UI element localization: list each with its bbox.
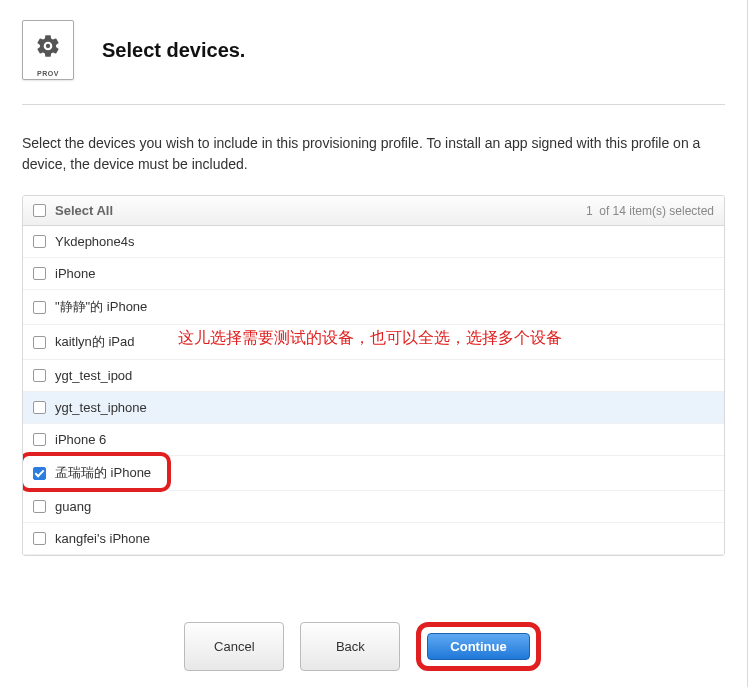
device-row[interactable]: kangfei's iPhone bbox=[23, 523, 724, 555]
device-name-label: "静静"的 iPhone bbox=[55, 298, 147, 316]
header: PROV Select devices. bbox=[22, 20, 725, 105]
device-checkbox[interactable] bbox=[33, 369, 46, 382]
device-row[interactable]: iPhone bbox=[23, 258, 724, 290]
cancel-button[interactable]: Cancel bbox=[184, 622, 284, 671]
device-name-label: kaitlyn的 iPad bbox=[55, 333, 134, 351]
device-name-label: ygt_test_iphone bbox=[55, 400, 147, 415]
selection-count: 1 of 14 item(s) selected bbox=[586, 204, 714, 218]
device-name-label: iPhone 6 bbox=[55, 432, 106, 447]
device-checkbox[interactable] bbox=[33, 301, 46, 314]
device-checkbox[interactable] bbox=[33, 267, 46, 280]
gear-icon bbox=[35, 33, 61, 59]
device-checkbox[interactable] bbox=[33, 401, 46, 414]
device-row[interactable]: ygt_test_iphone bbox=[23, 392, 724, 424]
device-checkbox[interactable] bbox=[33, 336, 46, 349]
continue-button[interactable]: Continue bbox=[427, 633, 529, 660]
device-checkbox[interactable] bbox=[33, 532, 46, 545]
icon-label: PROV bbox=[23, 70, 73, 77]
device-row[interactable]: iPhone 6 bbox=[23, 424, 724, 456]
list-header: Select All 1 of 14 item(s) selected bbox=[23, 196, 724, 226]
select-all-label[interactable]: Select All bbox=[55, 203, 113, 218]
page-title: Select devices. bbox=[102, 39, 245, 62]
continue-highlight-box: Continue bbox=[416, 622, 540, 671]
select-all-checkbox[interactable] bbox=[33, 204, 46, 217]
description-text: Select the devices you wish to include i… bbox=[22, 133, 725, 175]
button-bar: Cancel Back Continue bbox=[0, 622, 725, 671]
device-checkbox[interactable] bbox=[33, 467, 46, 480]
device-row[interactable]: guang bbox=[23, 491, 724, 523]
device-row[interactable]: ygt_test_ipod bbox=[23, 360, 724, 392]
annotation-text: 这儿选择需要测试的设备，也可以全选，选择多个设备 bbox=[178, 328, 562, 349]
device-name-label: guang bbox=[55, 499, 91, 514]
device-name-label: kangfei's iPhone bbox=[55, 531, 150, 546]
device-row[interactable]: Ykdephone4s bbox=[23, 226, 724, 258]
device-checkbox[interactable] bbox=[33, 235, 46, 248]
device-checkbox[interactable] bbox=[33, 500, 46, 513]
device-row[interactable]: 孟瑞瑞的 iPhone bbox=[23, 456, 724, 491]
list-body[interactable]: Ykdephone4siPhone"静静"的 iPhonekaitlyn的 iP… bbox=[23, 226, 724, 555]
device-name-label: ygt_test_ipod bbox=[55, 368, 132, 383]
device-name-label: iPhone bbox=[55, 266, 95, 281]
device-name-label: 孟瑞瑞的 iPhone bbox=[55, 464, 151, 482]
device-row[interactable]: "静静"的 iPhone bbox=[23, 290, 724, 325]
provisioning-profile-icon: PROV bbox=[22, 20, 74, 80]
device-checkbox[interactable] bbox=[33, 433, 46, 446]
back-button[interactable]: Back bbox=[300, 622, 400, 671]
device-list: Select All 1 of 14 item(s) selected Ykde… bbox=[22, 195, 725, 556]
device-name-label: Ykdephone4s bbox=[55, 234, 135, 249]
